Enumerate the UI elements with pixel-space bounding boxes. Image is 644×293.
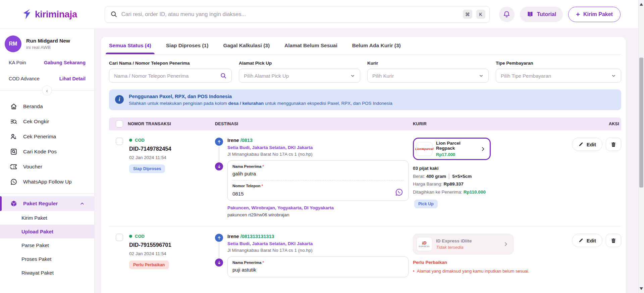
ka-poin-label: KA Poin bbox=[9, 60, 26, 65]
payment-type: COD bbox=[135, 138, 145, 143]
content-card: Semua Status (4) Siap Diproses (1) Gagal… bbox=[101, 36, 626, 293]
actions-cell: Edit bbox=[561, 138, 621, 217]
courier-card[interactable]: Lion✱parcel Lion Parcel Regpack Rp17.000 bbox=[413, 138, 491, 160]
sidebar-item-cek-penerima[interactable]: Cek Penerima bbox=[0, 129, 94, 144]
info-banner: i Penggunaan Paxel, RPX, dan POS Indones… bbox=[109, 89, 621, 110]
courier-name: ID Express iDlite bbox=[436, 238, 499, 243]
actions-cell: Edit bbox=[561, 234, 621, 277]
avatar: RM bbox=[5, 35, 21, 52]
edit-label: Edit bbox=[587, 238, 596, 243]
sidebar-item-cari-kode-pos[interactable]: Cari Kode Pos bbox=[0, 144, 94, 159]
sidebar-item-cek-ongkir[interactable]: Cek Ongkir bbox=[0, 114, 94, 129]
sidebar-item-label: WhatsApp Follow Up bbox=[23, 179, 72, 185]
sender-phone: /081313131313 bbox=[240, 234, 274, 239]
payment-select[interactable]: Pilih Tipe Pembayaran bbox=[496, 69, 621, 83]
chevron-right-icon bbox=[480, 146, 486, 152]
delete-button[interactable] bbox=[606, 138, 621, 151]
courier-card[interactable]: iDEXPRESS ID Express iDlite Tidak tersed… bbox=[413, 234, 514, 254]
sidebar-group-paket-reguler[interactable]: Paket Reguler bbox=[0, 196, 94, 211]
cod-advance-label: COD Advance bbox=[9, 76, 40, 81]
origin-arrow-icon bbox=[215, 138, 223, 146]
scroll-down-arrow[interactable] bbox=[640, 287, 643, 290]
kirim-paket-button[interactable]: + Kirim Paket bbox=[568, 7, 621, 22]
sidebar-item-riwayat-paket[interactable]: Riwayat Paket bbox=[0, 266, 94, 280]
gabung-sekarang-link[interactable]: Gabung Sekarang bbox=[44, 60, 86, 65]
recipient-form: Nama Penerima * bbox=[227, 257, 409, 277]
main-content: Semua Status (4) Siap Diproses (1) Gagal… bbox=[95, 29, 644, 293]
status-badge: Siap Diproses bbox=[129, 164, 165, 173]
sidebar-item-beranda[interactable]: Beranda bbox=[0, 99, 94, 114]
recipient-name-label: Nama Penerima * bbox=[232, 164, 404, 168]
row-checkbox[interactable] bbox=[116, 138, 123, 145]
tutorial-button[interactable]: Tutorial bbox=[520, 7, 563, 22]
user-check-icon bbox=[10, 133, 17, 140]
col-aksi: AKSI bbox=[561, 122, 621, 126]
status-badge: Perlu Perbaikan bbox=[129, 261, 169, 269]
ticket-icon bbox=[10, 163, 17, 170]
sidebar-item-proses-paket[interactable]: Proses Paket bbox=[0, 252, 94, 266]
whatsapp-icon[interactable] bbox=[395, 188, 404, 197]
sidebar-divider: ‹ bbox=[0, 90, 94, 91]
row-checkbox[interactable] bbox=[116, 234, 123, 241]
notifications-button[interactable] bbox=[499, 7, 515, 22]
recipient-name-input[interactable] bbox=[232, 267, 404, 273]
tab-semua-status[interactable]: Semua Status (4) bbox=[109, 36, 151, 54]
sidebar-item-parse-paket[interactable]: Parse Paket bbox=[0, 238, 94, 252]
sender-phone: /0813 bbox=[240, 138, 253, 143]
chevron-down-icon bbox=[479, 73, 484, 78]
trash-icon bbox=[610, 237, 616, 244]
recipient-address: pakuncen rt29/rw06 wirobrajan bbox=[227, 212, 413, 217]
sidebar-menu: Beranda Cek Ongkir Cek Penerima Cari Kod… bbox=[0, 97, 94, 191]
banner-text: Silahkan untuk melakukan pengisian pada … bbox=[129, 101, 392, 106]
scroll-up-arrow[interactable] bbox=[640, 3, 643, 6]
tab-gagal-kalkulasi[interactable]: Gagal Kalkulasi (3) bbox=[223, 36, 270, 54]
recipient-phone-input[interactable] bbox=[232, 191, 391, 197]
kurir-select-value: Pilih Kurir bbox=[372, 73, 479, 79]
trash-icon bbox=[610, 141, 616, 148]
sender-address: Jl Minangkabau Barat No 17A cs 1 (no.hp) bbox=[227, 248, 413, 253]
user-profile[interactable]: RM Run Midgard New ini real AWB bbox=[0, 34, 94, 58]
pickup-select[interactable]: Pilih Alamat Pick Up bbox=[239, 69, 360, 83]
sidebar-item-upload-paket[interactable]: Upload Paket bbox=[0, 225, 94, 238]
recipient-search-input[interactable] bbox=[114, 73, 220, 79]
sidebar-collapse-button[interactable]: ‹ bbox=[42, 85, 52, 95]
tab-siap-diproses[interactable]: Siap Diproses (1) bbox=[166, 36, 209, 54]
kurir-select[interactable]: Pilih Kurir bbox=[367, 69, 489, 83]
edit-button[interactable]: Edit bbox=[572, 138, 602, 151]
app-logo[interactable]: kiriminaja bbox=[21, 9, 77, 20]
recipient-area: Pakuncen, Wirobrajan, Yogyakarta, DI Yog… bbox=[227, 205, 413, 210]
search-icon[interactable] bbox=[220, 72, 227, 79]
select-all-checkbox[interactable] bbox=[116, 120, 123, 128]
tab-belum-ada-kurir[interactable]: Belum Ada Kurir (3) bbox=[352, 36, 401, 54]
book-icon bbox=[527, 11, 534, 18]
page-scrollbar[interactable] bbox=[638, 0, 644, 293]
courier-cell: iDEXPRESS ID Express iDlite Tidak tersed… bbox=[413, 234, 561, 277]
edit-label: Edit bbox=[587, 142, 596, 147]
lihat-detail-link[interactable]: Lihat Detail bbox=[59, 76, 86, 81]
cod-status-dot bbox=[129, 235, 132, 238]
chevron-down-icon bbox=[611, 73, 616, 78]
sidebar-item-whatsapp-follow-up[interactable]: WhatsApp Follow Up bbox=[0, 174, 94, 189]
edit-button[interactable]: Edit bbox=[572, 234, 602, 247]
sender-name: Irene /0813 bbox=[227, 138, 413, 143]
sidebar-item-label: Cek Penerima bbox=[23, 134, 56, 140]
package-price: Harga Barang: Rp89.337 bbox=[413, 181, 561, 188]
recipient-form: Nama Penerima * Nomor Telepon * bbox=[227, 160, 409, 201]
ka-poin-row: KA Poin Gabung Sekarang bbox=[0, 58, 94, 67]
sender-address: Jl Minangkabau Barat No 17A cs 1 (no.hp) bbox=[227, 152, 413, 157]
tab-alamat-belum-sesuai[interactable]: Alamat Belum Sesuai bbox=[284, 36, 337, 54]
info-icon: i bbox=[115, 95, 124, 104]
scrollbar-thumb[interactable] bbox=[639, 58, 643, 188]
sidebar-item-kirim-paket[interactable]: Kirim Paket bbox=[0, 211, 94, 225]
pickup-badge: Pick Up bbox=[414, 200, 438, 208]
search-input[interactable] bbox=[121, 11, 459, 17]
sidebar-item-voucher[interactable]: Voucher bbox=[0, 159, 94, 174]
pencil-icon bbox=[578, 142, 584, 147]
sidebar: RM Run Midgard New ini real AWB KA Poin … bbox=[0, 29, 95, 293]
recipient-name-input[interactable] bbox=[232, 171, 404, 176]
search-icon bbox=[110, 11, 117, 18]
form-divider bbox=[232, 180, 404, 180]
global-search[interactable]: ⌘ K bbox=[105, 6, 490, 23]
delete-button[interactable] bbox=[606, 234, 621, 247]
courier-unavailable: Tidak tersedia bbox=[436, 245, 499, 250]
